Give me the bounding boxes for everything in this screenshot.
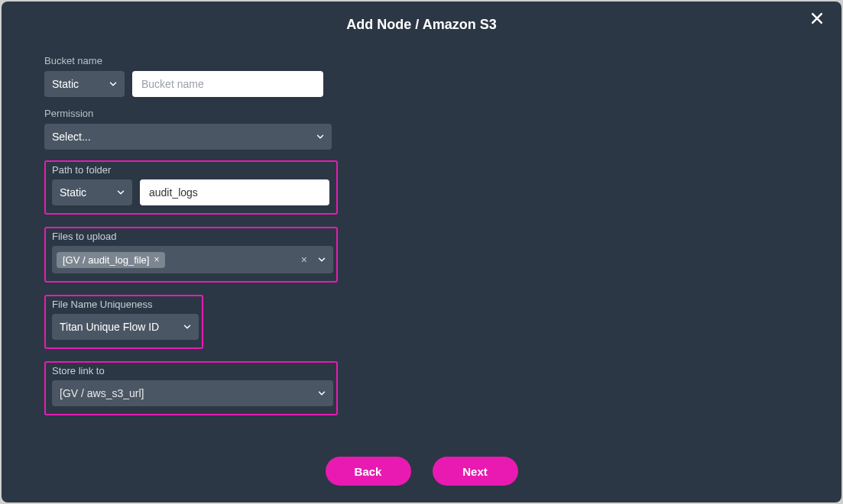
path-folder-label: Path to folder bbox=[52, 164, 330, 176]
clear-all-icon[interactable]: × bbox=[301, 254, 307, 266]
permission-select[interactable]: Select... bbox=[44, 124, 332, 150]
chevron-down-icon bbox=[316, 388, 327, 399]
chevron-down-icon bbox=[115, 187, 126, 198]
bucket-type-select[interactable]: Static bbox=[44, 71, 125, 97]
permission-value: Select... bbox=[52, 131, 91, 143]
files-upload-label: Files to upload bbox=[52, 231, 330, 242]
modal-footer: Back Next bbox=[2, 457, 841, 486]
bucket-type-value: Static bbox=[52, 78, 79, 90]
next-button[interactable]: Next bbox=[433, 457, 518, 486]
bucket-name-group: Bucket name Static bbox=[44, 55, 420, 97]
store-link-group: Store link to [GV / aws_s3_url] bbox=[44, 361, 338, 415]
files-upload-field[interactable]: [GV / audit_log_file] × × bbox=[52, 246, 333, 273]
modal-title: Add Node / Amazon S3 bbox=[346, 17, 496, 33]
bucket-name-input[interactable] bbox=[132, 71, 323, 97]
back-button[interactable]: Back bbox=[326, 457, 411, 486]
file-chip: [GV / audit_log_file] × bbox=[57, 252, 165, 268]
close-icon bbox=[809, 11, 825, 26]
uniqueness-select[interactable]: Titan Unique Flow ID bbox=[52, 314, 199, 340]
path-type-select[interactable]: Static bbox=[52, 179, 132, 205]
files-upload-group: Files to upload [GV / audit_log_file] × … bbox=[44, 227, 338, 283]
chevron-down-icon bbox=[315, 131, 326, 142]
store-link-select[interactable]: [GV / aws_s3_url] bbox=[52, 380, 333, 406]
chevron-down-icon bbox=[316, 254, 327, 265]
store-link-value: [GV / aws_s3_url] bbox=[60, 387, 144, 399]
close-button[interactable] bbox=[809, 11, 828, 29]
file-chip-label: [GV / audit_log_file] bbox=[63, 254, 149, 266]
path-folder-group: Path to folder Static bbox=[44, 160, 338, 215]
chevron-down-icon bbox=[182, 321, 193, 332]
store-link-label: Store link to bbox=[52, 365, 330, 376]
permission-label: Permission bbox=[44, 108, 420, 119]
uniqueness-label: File Name Uniqueness bbox=[52, 299, 196, 310]
chip-remove-icon[interactable]: × bbox=[154, 254, 159, 265]
uniqueness-value: Titan Unique Flow ID bbox=[60, 321, 159, 333]
modal-header: Add Node / Amazon S3 bbox=[2, 2, 841, 47]
uniqueness-group: File Name Uniqueness Titan Unique Flow I… bbox=[44, 295, 203, 349]
path-type-value: Static bbox=[60, 186, 86, 199]
chevron-down-icon bbox=[108, 79, 118, 89]
permission-group: Permission Select... bbox=[44, 108, 420, 150]
path-folder-input[interactable] bbox=[140, 179, 329, 205]
form-body: Bucket name Static Permission Select... … bbox=[2, 47, 463, 415]
add-node-modal: Add Node / Amazon S3 Bucket name Static … bbox=[2, 2, 841, 502]
bucket-name-label: Bucket name bbox=[44, 55, 420, 66]
